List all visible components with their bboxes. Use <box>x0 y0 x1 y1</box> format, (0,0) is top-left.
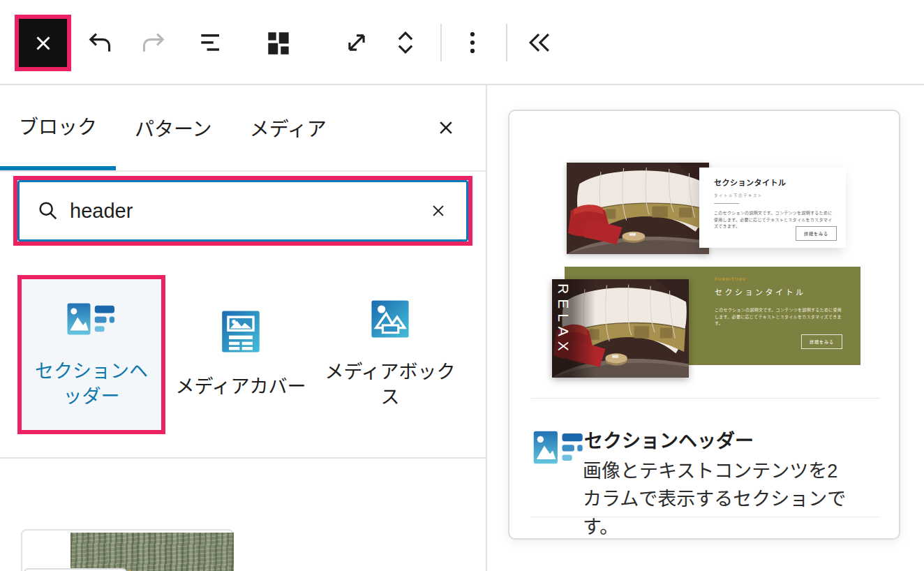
preview1-detail-button: 詳細をみる <box>796 226 837 241</box>
media-cover-block-icon <box>221 310 261 353</box>
close-button-highlight <box>15 15 71 71</box>
search-highlight <box>13 176 472 246</box>
block-search-box <box>17 180 468 242</box>
preview-card-divider <box>531 517 880 517</box>
block-item-label: セクションヘッダー <box>27 359 156 409</box>
block-preview-panel: セクションタイトル タイトル下のテキスト このセクションの説明文です。コンテンツ… <box>489 85 924 571</box>
block-item-media-cover[interactable]: メディアカバー <box>167 275 315 434</box>
pattern-content-box <box>24 568 127 571</box>
section-header-block-icon <box>532 428 585 467</box>
close-inserter-button[interactable] <box>429 110 463 145</box>
block-item-label: メディアカバー <box>175 374 306 399</box>
preview2-photo: RELAX <box>552 279 689 378</box>
tab-patterns-label: パターン <box>135 114 212 142</box>
inserter-tabs-row: ブロック パターン メディア <box>0 85 486 172</box>
undo-button[interactable] <box>82 25 117 60</box>
preview2-overlay-text: RELAX <box>555 283 572 356</box>
preview2-detail-button: 詳細をみる <box>801 334 842 349</box>
clear-icon <box>428 200 449 221</box>
preview1-divider <box>714 203 739 204</box>
block-results-grid: セクションヘッダー メディアカバー <box>17 275 470 434</box>
preview2-photo-shade <box>552 279 689 378</box>
preview-card-divider <box>531 398 880 399</box>
tab-blocks-label: ブロック <box>19 112 97 140</box>
tab-patterns[interactable]: パターン <box>116 85 231 170</box>
toolbar-separator <box>506 24 507 61</box>
block-library-icon <box>263 27 294 58</box>
list-view-button[interactable] <box>194 25 229 60</box>
redo-button[interactable] <box>136 25 171 60</box>
toolbar-separator <box>440 24 442 61</box>
expand-icon <box>341 27 372 58</box>
preview1-subtitle: タイトル下のテキスト <box>714 193 846 198</box>
section-header-block-icon <box>66 300 117 338</box>
search-input[interactable] <box>70 200 424 223</box>
collapse-sidebar-icon <box>524 27 555 58</box>
redo-icon <box>138 27 169 58</box>
app-window: ブロック パターン メディア <box>0 0 924 571</box>
results-divider <box>0 457 487 459</box>
media-box-block-icon <box>371 299 410 339</box>
close-editor-button[interactable] <box>19 19 67 67</box>
block-info-description: 画像とテキストコンテンツを2カラムで表示するセクションです。 <box>583 457 849 541</box>
expand-button[interactable] <box>339 25 374 60</box>
block-item-section-header[interactable]: セクションヘッダー <box>17 275 165 434</box>
preview2-description: このセクションの説明文です。コンテンツを説明するために使用します。必要に応じてテ… <box>715 307 846 327</box>
block-preview-card: セクションタイトル タイトル下のテキスト このセクションの説明文です。コンテンツ… <box>508 110 900 540</box>
preview1-text-card: セクションタイトル タイトル下のテキスト このセクションの説明文です。コンテンツ… <box>699 168 846 248</box>
move-up-down-icon <box>390 27 421 58</box>
list-view-icon <box>196 27 227 58</box>
preview1-photo <box>567 163 709 254</box>
options-menu-button[interactable] <box>455 25 490 60</box>
collapse-sidebar-button[interactable] <box>522 25 557 60</box>
search-icon <box>36 199 60 223</box>
tab-media[interactable]: メディア <box>231 85 345 170</box>
preview1-title: セクションタイトル <box>714 177 846 188</box>
tab-blocks[interactable]: ブロック <box>0 85 116 170</box>
preview2-title: セクションタイトル <box>715 286 806 297</box>
forest-pattern-image: Forest. <box>70 533 234 571</box>
block-item-label: メディアボックス <box>322 359 459 410</box>
block-inserter-panel: ブロック パターン メディア <box>0 85 487 571</box>
block-info-title: セクションヘッダー <box>584 426 754 453</box>
clear-search-button[interactable] <box>424 197 452 225</box>
editor-toolbar <box>0 0 924 85</box>
block-library-button[interactable] <box>261 25 296 60</box>
tab-media-label: メディア <box>250 114 327 142</box>
undo-icon <box>84 27 115 58</box>
pattern-preview-card[interactable]: Forest. <box>21 529 234 571</box>
preview2-eyebrow: FURNITURE <box>715 277 746 281</box>
close-icon <box>434 116 458 140</box>
move-up-down-button[interactable] <box>388 25 423 60</box>
kebab-menu-icon <box>457 27 488 58</box>
block-item-media-box[interactable]: メディアボックス <box>316 275 464 434</box>
close-icon <box>31 31 55 55</box>
